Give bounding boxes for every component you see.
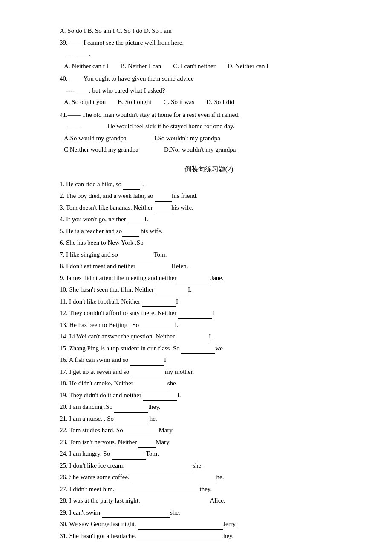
q39-stem: 39. —— I cannot see the picture well fro… bbox=[60, 38, 358, 49]
q40-opt-c: C. So it was bbox=[164, 97, 195, 108]
blank-19 bbox=[143, 393, 177, 401]
fill-item-18: 18. He didn't smoke, Neithershe bbox=[60, 378, 358, 389]
blank-15 bbox=[181, 346, 215, 354]
q39-opt-d: D. Neither can I bbox=[228, 61, 269, 72]
question-41: 41.—— The old man wouldn't stay at home … bbox=[60, 110, 358, 156]
fill-item-29: 29. I can't swim.she. bbox=[60, 507, 358, 518]
fill-item-22: 22. Tom studies hard. So Mary. bbox=[60, 425, 358, 436]
fill-item-14: 14. Li Wei can't answer the question .Ne… bbox=[60, 331, 358, 342]
blank-9 bbox=[176, 276, 210, 283]
fill-item-5: 5. He is a teacher and so his wife. bbox=[60, 226, 358, 237]
blank-13 bbox=[141, 323, 175, 330]
question-40: 40. —— You ought to have given them some… bbox=[60, 73, 358, 108]
fill-item-16: 16. A fish can swim and so I bbox=[60, 355, 358, 366]
fill-item-31: 31. She hasn't got a headache.they. bbox=[60, 531, 358, 542]
q40-opt-b: B. So l ought bbox=[118, 97, 151, 108]
fill-item-20: 20. I am dancing .So they. bbox=[60, 402, 358, 413]
question-39: 39. —— I cannot see the picture well fro… bbox=[60, 38, 358, 72]
blank-2 bbox=[155, 194, 172, 202]
fill-item-21: 21. I am a nurse. . So he. bbox=[60, 413, 358, 425]
fill-item-8: 8. I don't eat meat and neither Helen. bbox=[60, 261, 358, 272]
fill-item-17: 17. I get up at seven and so my mother. bbox=[60, 367, 358, 378]
blank-11 bbox=[142, 299, 176, 307]
fill-item-28: 28. I was at the party last night. Alice… bbox=[60, 495, 358, 506]
q41-opt-a: A.So would my grandpa bbox=[64, 133, 127, 144]
q40-opt-a: A. So ought you bbox=[64, 97, 106, 108]
fill-item-19: 19. They didn't do it and neither I. bbox=[60, 390, 358, 401]
blank-5 bbox=[122, 229, 139, 237]
section2-title: 倒装句练习题(2) bbox=[60, 163, 358, 175]
blank-17 bbox=[131, 370, 165, 377]
blank-26 bbox=[131, 475, 216, 483]
q40-options: A. So ought you B. So l ought C. So it w… bbox=[64, 97, 358, 108]
blank-3 bbox=[154, 205, 171, 213]
blank-27 bbox=[115, 487, 200, 494]
blank-8 bbox=[137, 264, 171, 272]
blank-4 bbox=[127, 217, 144, 225]
fill-item-6: 6. She has been to New York .So bbox=[60, 237, 358, 249]
q39-opt-b: B. Neither I can bbox=[121, 61, 161, 72]
fill-item-12: 12. They couldn't afford to stay there. … bbox=[60, 308, 358, 319]
fill-item-10: 10. She hasn't seen that film. NeitherI. bbox=[60, 284, 358, 295]
top-options-row: A. So do I B. So am I C. So I do D. So I… bbox=[60, 26, 358, 37]
fill-item-9: 9. James didn't attend the meeting and n… bbox=[60, 273, 358, 284]
fill-items-container: 1. He can ride a bike, so I. 2. The boy … bbox=[60, 179, 358, 542]
blank-10 bbox=[154, 288, 188, 295]
blank-20 bbox=[114, 405, 148, 413]
blank-22 bbox=[124, 428, 159, 436]
q41-opt-c: C.Neither would my grandpa bbox=[64, 145, 138, 156]
blank-30 bbox=[138, 522, 223, 530]
q40-blank: ---- ____, but who cared what I asked? bbox=[60, 85, 358, 96]
q41-options-row1: A.So would my grandpa B.So wouldn't my g… bbox=[64, 133, 358, 144]
q41-blank: —— ________.He would feel sick if he sta… bbox=[60, 121, 358, 132]
blank-18 bbox=[133, 382, 167, 389]
fill-item-3: 3. Tom doesn't like bananas. Neither his… bbox=[60, 202, 358, 214]
fill-item-25: 25. I don't like ice cream.she. bbox=[60, 460, 358, 471]
blank-7 bbox=[119, 252, 153, 260]
blank-25 bbox=[124, 463, 193, 471]
fill-item-15: 15. Zhang Ping is a top student in our c… bbox=[60, 343, 358, 354]
page-content: A. So do I B. So am I C. So I do D. So I… bbox=[60, 26, 358, 541]
q39-opt-a: A. Neither can t I bbox=[64, 61, 109, 72]
fill-item-13: 13. He has been to Beijing . So I. bbox=[60, 320, 358, 331]
q41-opt-d: D.Nor wouldn't my grandpa bbox=[164, 145, 236, 156]
q40-stem: 40. —— You ought to have given them some… bbox=[60, 73, 358, 84]
q39-opt-c: C. I can't neither bbox=[173, 61, 215, 72]
q41-opt-b: B.So wouldn't my grandpa bbox=[152, 133, 220, 144]
fill-item-1: 1. He can ride a bike, so I. bbox=[60, 179, 358, 190]
q40-opt-d: D. So I did bbox=[206, 97, 234, 108]
fill-item-26: 26. She wants some coffee. he. bbox=[60, 472, 358, 483]
fill-item-7: 7. I like singing and so Tom. bbox=[60, 249, 358, 260]
fill-item-30: 30. We saw George last night. Jerry. bbox=[60, 519, 358, 530]
q39-options: A. Neither can t I B. Neither I can C. I… bbox=[64, 61, 358, 72]
fill-item-24: 24. I am hungry. So Tom. bbox=[60, 448, 358, 460]
fill-item-2: 2. The boy died, and a week later, so hi… bbox=[60, 191, 358, 202]
fill-item-4: 4. If you won't go, neither I. bbox=[60, 214, 358, 225]
fill-item-27: 27. I didn't meet him.they. bbox=[60, 484, 358, 495]
blank-23 bbox=[138, 440, 156, 448]
fill-item-23: 23. Tom isn't nervous. Neither Mary. bbox=[60, 437, 358, 448]
blank-24 bbox=[112, 452, 146, 460]
q41-stem: 41.—— The old man wouldn't stay at home … bbox=[60, 110, 358, 121]
q39-blank: ---- ____. bbox=[60, 49, 358, 60]
blank-29 bbox=[102, 510, 170, 518]
blank-28 bbox=[141, 499, 210, 506]
blank-21 bbox=[115, 416, 150, 424]
blank-12 bbox=[178, 311, 212, 319]
blank-16 bbox=[130, 358, 164, 366]
blank-31 bbox=[136, 534, 222, 541]
fill-item-11: 11. I don't like football. Neither I. bbox=[60, 296, 358, 307]
top-options-text: A. So do I B. So am I C. So I do D. So I… bbox=[60, 27, 172, 34]
blank-1 bbox=[123, 182, 140, 190]
blank-14 bbox=[175, 335, 209, 342]
q41-options-row2: C.Neither would my grandpa D.Nor wouldn'… bbox=[64, 145, 358, 156]
